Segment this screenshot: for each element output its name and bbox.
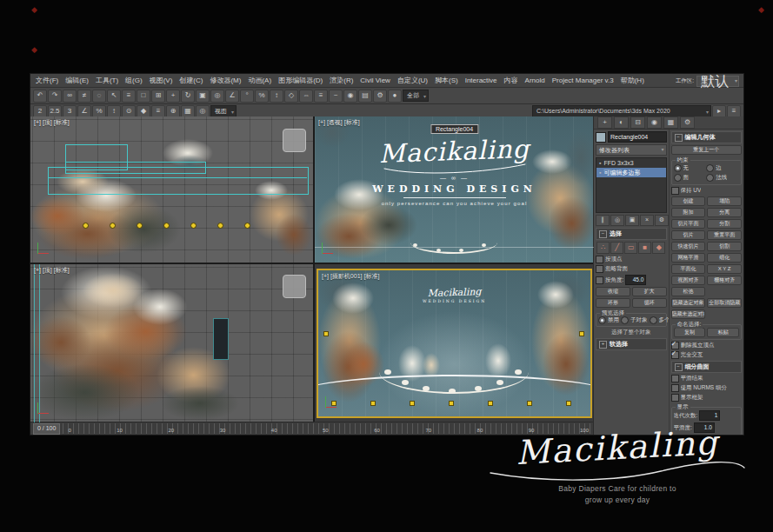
time-slider[interactable]: 0 / 100 <box>33 423 60 435</box>
paste-button[interactable]: 粘贴 <box>707 328 739 337</box>
command-panel-tab[interactable]: + <box>597 116 612 129</box>
copy-button[interactable]: 复制 <box>674 328 706 337</box>
preview-option-radio[interactable]: 禁用 <box>598 316 619 324</box>
stack-tool-icon[interactable]: ▣ <box>625 215 639 226</box>
command-panel-tab[interactable]: ◉ <box>647 116 662 129</box>
edit-geometry-button[interactable]: 平面化 <box>671 264 706 274</box>
subobject-level-icon[interactable]: ▭ <box>624 242 637 254</box>
by-vertex-checkbox[interactable] <box>596 256 603 263</box>
edit-geometry-button[interactable]: 视图对齐 <box>671 276 706 285</box>
modifier-stack-item-selected[interactable]: 可编辑多边形 <box>596 168 666 177</box>
shrink-button[interactable]: 收缩 <box>596 287 630 296</box>
object-name-field[interactable]: Rectangle004 <box>608 131 667 143</box>
menu-item[interactable]: 文件(F) <box>36 76 58 85</box>
ignore-backfacing-checkbox[interactable] <box>596 265 603 273</box>
stack-tool-icon[interactable]: ⚙ <box>655 215 669 226</box>
object-color-swatch[interactable] <box>596 132 606 143</box>
by-angle-checkbox[interactable] <box>596 276 603 284</box>
delete-isolated-checkbox[interactable] <box>671 342 679 349</box>
toolbar-icon[interactable]: % <box>255 90 269 103</box>
toolbar-icon[interactable]: ◎ <box>210 90 224 103</box>
constraint-radio[interactable]: 边 <box>706 164 739 172</box>
selection-rollout-header[interactable]: − 选择 <box>596 228 667 240</box>
menu-item[interactable]: 动画(A) <box>248 76 271 85</box>
edit-geometry-button[interactable]: 重置平面 <box>707 230 742 240</box>
menu-item[interactable]: 内容 <box>504 76 518 85</box>
edit-geometry-button[interactable]: X Y Z <box>707 264 742 274</box>
use-nurms-checkbox[interactable] <box>671 384 679 392</box>
expand-icon[interactable]: + <box>599 341 607 349</box>
edit-geometry-button[interactable]: 切割 <box>707 242 742 251</box>
reference-coordinate-dropdown[interactable]: 视图 <box>210 105 237 117</box>
toolbar-icon[interactable]: ∠ <box>225 90 239 103</box>
ffd-control-point[interactable] <box>323 331 329 336</box>
toolbar-icon[interactable]: ≡ <box>122 90 136 103</box>
menu-item[interactable]: Project Manager v.3 <box>552 76 614 84</box>
command-panel-tab[interactable]: ▦ <box>663 116 678 129</box>
loop-button[interactable]: 循环 <box>632 298 667 308</box>
viewport-top-left[interactable]: [+] [顶] [标准] <box>30 116 313 263</box>
stack-tool-icon[interactable]: × <box>640 215 654 226</box>
menu-item[interactable]: Arnold <box>525 76 545 84</box>
toolbar-icon[interactable]: ◌ <box>92 90 106 103</box>
ring-button[interactable]: 环形 <box>596 298 630 308</box>
edit-geometry-button[interactable]: 塌陷 <box>707 196 742 206</box>
viewport-label[interactable]: [+] [透视] [标准] <box>318 118 360 127</box>
toolbar-icon[interactable]: ◉ <box>343 90 357 103</box>
menu-item[interactable]: 渲染(R) <box>330 76 353 85</box>
toolbar-icon[interactable]: ▣ <box>196 90 210 103</box>
menu-item[interactable]: 创建(C) <box>179 76 203 85</box>
subobject-level-icon[interactable]: ╱ <box>610 242 623 254</box>
edit-geometry-button[interactable]: 松弛 <box>671 287 706 296</box>
edit-geometry-button[interactable]: 全部取消隐藏 <box>707 298 742 308</box>
edit-geometry-button[interactable]: 分割 <box>707 219 742 229</box>
menu-item[interactable]: 自定义(U) <box>397 76 428 85</box>
toolbar-icon[interactable]: □ <box>137 90 150 103</box>
viewport-camera[interactable]: Macikaling WEDDING DESIGN [+] [摄影机001] [… <box>317 269 592 418</box>
constraint-radio[interactable]: 无 <box>674 164 707 172</box>
soft-selection-rollout-header[interactable]: + 软选择 <box>596 338 667 350</box>
toolbar-icon[interactable]: ● <box>388 90 402 103</box>
viewport-label[interactable]: [+] [顶] [标准] <box>34 118 70 127</box>
edit-geometry-button[interactable]: 细化 <box>707 253 742 263</box>
viewport-perspective[interactable]: Macikaling — ∞ — WEDDING DESIGN only per… <box>315 116 594 263</box>
subobject-level-icon[interactable]: ■ <box>638 242 651 254</box>
workspace-selector[interactable]: 工作区: 默认 <box>676 76 739 87</box>
edit-geometry-button[interactable]: 分离 <box>707 208 742 217</box>
toolbar-icon[interactable]: ⇔ <box>299 90 313 103</box>
selection-filter-dropdown[interactable]: 全部 <box>403 90 429 102</box>
ffd-control-point[interactable] <box>527 401 532 406</box>
stack-tool-icon[interactable]: ∥ <box>596 215 610 226</box>
toolbar-icon[interactable]: ↷ <box>48 90 62 103</box>
toolbar-icon[interactable]: ⚙ <box>373 90 387 103</box>
preview-option-radio[interactable]: 子对象 <box>621 316 648 324</box>
collapse-icon[interactable]: − <box>675 363 683 371</box>
edit-geometry-button[interactable]: 隐藏未选定对象 <box>671 309 706 319</box>
menu-item[interactable]: 组(G) <box>125 76 143 85</box>
collapse-icon[interactable]: − <box>675 134 683 142</box>
toolbar-icon[interactable]: ⊞ <box>151 90 165 103</box>
subdivision-rollout-header[interactable]: − 细分曲面 <box>671 361 743 373</box>
ffd-control-point[interactable] <box>331 401 337 406</box>
viewcube[interactable] <box>283 275 306 298</box>
toolbar-icon[interactable]: ↻ <box>181 90 195 103</box>
toolbar-icon[interactable]: + <box>166 90 180 103</box>
toolbar-icon[interactable]: ~ <box>329 90 343 103</box>
collapse-icon[interactable]: − <box>599 230 607 238</box>
modifier-list-dropdown[interactable]: 修改器列表 <box>596 144 667 156</box>
repeat-last-button[interactable]: 重复上一个 <box>671 145 743 155</box>
workspace-dropdown[interactable]: 默认 <box>696 76 739 87</box>
toolbar-icon[interactable]: ↖ <box>107 90 121 103</box>
preview-option-radio[interactable]: 多个 <box>650 316 669 324</box>
toolbar-icon[interactable]: ≡ <box>314 90 328 103</box>
modifier-stack-item[interactable]: FFD 3x3x3 <box>596 158 666 168</box>
menu-item[interactable]: 脚本(S) <box>435 76 458 85</box>
menu-item[interactable]: 编辑(E) <box>65 76 89 85</box>
edit-geometry-button[interactable]: 附加 <box>671 208 706 217</box>
subobject-level-icon[interactable]: ∴ <box>596 242 610 254</box>
ffd-control-point[interactable] <box>449 401 454 406</box>
toolbar-icon[interactable]: ↶ <box>33 90 47 103</box>
menu-item[interactable]: 修改器(M) <box>210 76 241 85</box>
menu-item[interactable]: 视图(V) <box>150 76 173 85</box>
subobject-level-icon[interactable]: ◆ <box>652 242 665 254</box>
